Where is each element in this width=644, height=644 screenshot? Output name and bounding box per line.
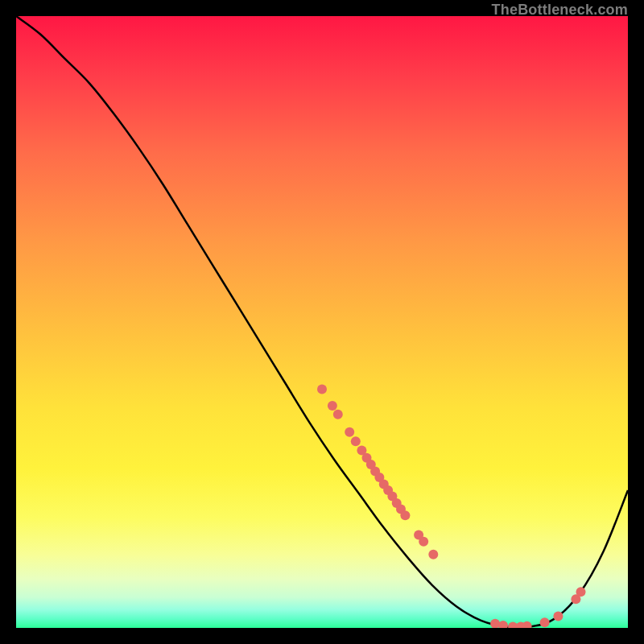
gradient-background: [16, 16, 628, 628]
watermark-label: TheBottleneck.com: [492, 2, 628, 19]
